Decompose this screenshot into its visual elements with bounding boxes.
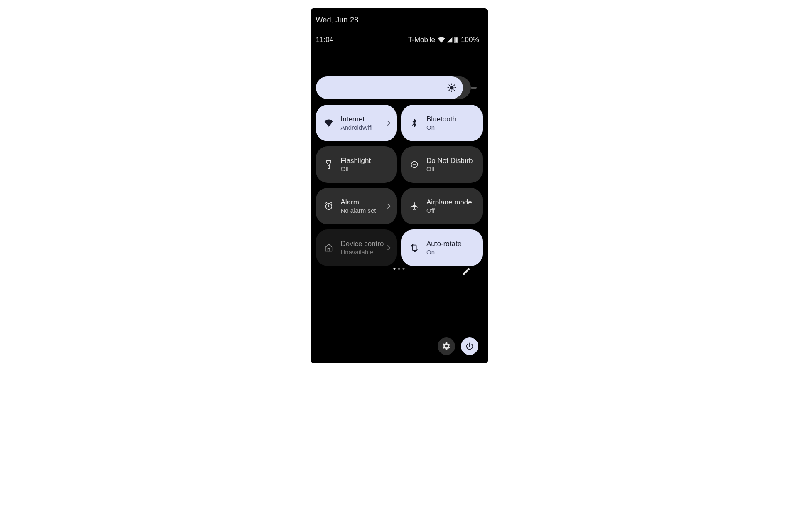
tile-text: FlashlightOff bbox=[341, 157, 389, 172]
airplane-icon bbox=[409, 202, 420, 211]
svg-rect-1 bbox=[456, 37, 457, 38]
tile-title: Internet bbox=[341, 115, 389, 123]
tile-title: Do Not Disturb bbox=[426, 157, 475, 165]
qs-tile-airplane-mode[interactable]: Airplane modeOff bbox=[401, 188, 483, 224]
tile-subtitle: Off bbox=[426, 165, 475, 172]
battery-percent-label: 100% bbox=[461, 36, 479, 44]
bluetooth-icon bbox=[409, 118, 420, 128]
status-icons bbox=[438, 37, 458, 43]
status-bar: 11:04 T-Mobile 100% bbox=[316, 36, 479, 44]
svg-line-19 bbox=[330, 202, 332, 203]
wifi-status-icon bbox=[438, 37, 445, 43]
carrier-label: T-Mobile bbox=[408, 36, 435, 44]
svg-rect-20 bbox=[328, 249, 330, 251]
svg-line-8 bbox=[449, 85, 450, 86]
tile-subtitle: On bbox=[426, 124, 475, 131]
tile-subtitle: No alarm set bbox=[341, 207, 389, 214]
svg-point-3 bbox=[450, 86, 453, 89]
power-button[interactable] bbox=[461, 337, 478, 355]
brightness-slider[interactable] bbox=[316, 76, 471, 99]
tile-subtitle: AndroidWifi bbox=[341, 124, 389, 131]
battery-status-icon bbox=[454, 37, 458, 43]
autorotate-icon bbox=[409, 243, 420, 252]
tile-text: BluetoothOn bbox=[426, 115, 475, 131]
tile-text: Auto-rotateOn bbox=[426, 240, 475, 255]
tile-title: Airplane mode bbox=[426, 198, 475, 207]
chevron-right-icon bbox=[387, 203, 391, 209]
tile-subtitle: On bbox=[426, 249, 475, 256]
svg-line-9 bbox=[454, 90, 455, 91]
phone-frame: Wed, Jun 28 11:04 T-Mobile 100% bbox=[311, 8, 488, 363]
page-dot[interactable] bbox=[398, 268, 400, 270]
page-dot[interactable] bbox=[403, 268, 405, 270]
chevron-right-icon bbox=[387, 120, 391, 126]
dnd-icon bbox=[409, 160, 420, 169]
pager-row bbox=[311, 268, 488, 278]
qs-tile-bluetooth[interactable]: BluetoothOn bbox=[401, 105, 483, 141]
qs-tile-alarm[interactable]: AlarmNo alarm set bbox=[316, 188, 397, 224]
tile-text: Do Not DisturbOff bbox=[426, 157, 475, 172]
tile-text: Device controUnavailable bbox=[341, 240, 389, 255]
svg-line-18 bbox=[325, 202, 327, 203]
date-label: Wed, Jun 28 bbox=[316, 16, 359, 25]
home-icon bbox=[323, 243, 334, 252]
qs-tile-auto-rotate[interactable]: Auto-rotateOn bbox=[401, 229, 483, 266]
time-label: 11:04 bbox=[316, 36, 334, 44]
tile-text: InternetAndroidWifi bbox=[341, 115, 389, 131]
tile-title: Alarm bbox=[341, 198, 389, 207]
alarm-icon bbox=[323, 202, 334, 211]
svg-line-17 bbox=[329, 207, 330, 207]
edit-button[interactable] bbox=[462, 267, 471, 276]
quick-settings-tiles: InternetAndroidWifiBluetoothOnFlashlight… bbox=[316, 105, 483, 266]
cellular-status-icon bbox=[447, 37, 453, 43]
brightness-track-remainder bbox=[471, 87, 477, 89]
flashlight-icon bbox=[323, 160, 334, 169]
brightness-fill bbox=[316, 76, 463, 99]
brightness-icon bbox=[446, 82, 457, 93]
tile-text: AlarmNo alarm set bbox=[341, 198, 389, 214]
chevron-right-icon bbox=[387, 244, 391, 251]
tile-subtitle: Off bbox=[341, 165, 389, 172]
svg-rect-21 bbox=[412, 245, 416, 251]
tile-title: Bluetooth bbox=[426, 115, 475, 123]
svg-line-10 bbox=[449, 90, 450, 91]
wifi-icon bbox=[323, 119, 334, 127]
svg-rect-2 bbox=[455, 38, 458, 42]
tile-title: Device contro bbox=[341, 240, 389, 248]
settings-button[interactable] bbox=[438, 337, 455, 355]
qs-tile-flashlight[interactable]: FlashlightOff bbox=[316, 146, 397, 183]
svg-line-11 bbox=[454, 85, 455, 86]
page-dot[interactable] bbox=[394, 268, 396, 270]
qs-tile-internet[interactable]: InternetAndroidWifi bbox=[316, 105, 397, 141]
tile-subtitle: Unavailable bbox=[341, 249, 389, 256]
qs-tile-device-contro[interactable]: Device controUnavailable bbox=[316, 229, 397, 266]
bottom-buttons bbox=[438, 337, 478, 355]
brightness-track bbox=[316, 76, 471, 99]
tile-title: Flashlight bbox=[341, 157, 389, 165]
tile-subtitle: Off bbox=[426, 207, 475, 214]
page-indicator bbox=[394, 268, 405, 270]
tile-text: Airplane modeOff bbox=[426, 198, 475, 214]
tile-title: Auto-rotate bbox=[426, 240, 475, 248]
qs-tile-do-not-disturb[interactable]: Do Not DisturbOff bbox=[401, 146, 483, 183]
